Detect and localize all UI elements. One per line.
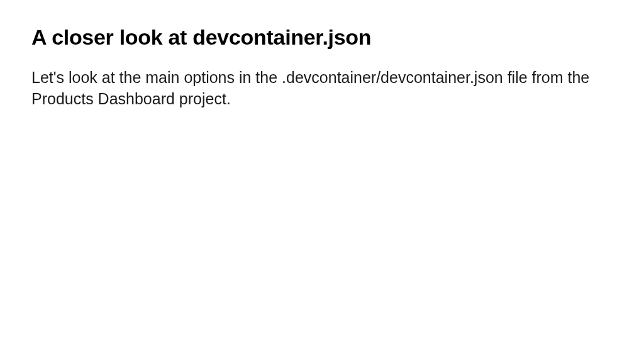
page-heading: A closer look at devcontainer.json: [31, 25, 613, 50]
intro-paragraph: Let's look at the main options in the .d…: [31, 67, 597, 110]
